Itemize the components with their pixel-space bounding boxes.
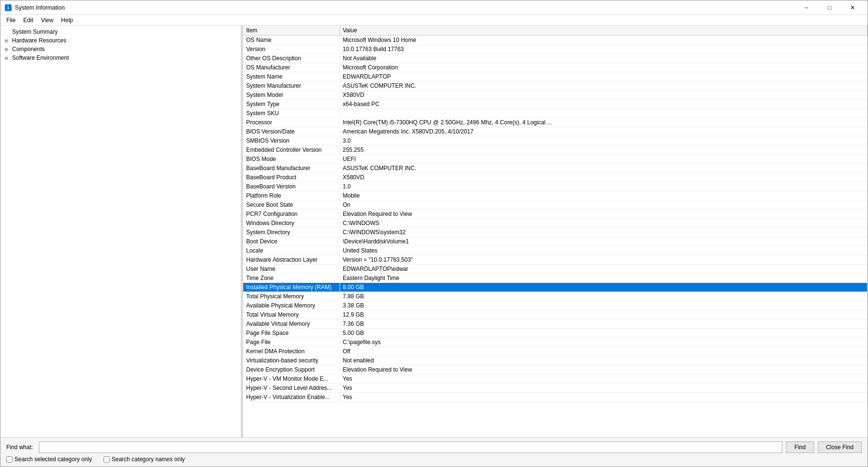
table-cell-value: C:\WINDOWS xyxy=(340,219,868,228)
menu-help[interactable]: Help xyxy=(57,16,77,25)
data-table: Item Value OS NameMicrosoft Windows 10 H… xyxy=(243,26,868,437)
sidebar: System Summary ⊕ Hardware Resources ⊕ Co… xyxy=(0,26,241,437)
table-cell-value: Mobile xyxy=(340,191,868,200)
table-row[interactable]: Hyper-V - VM Monitor Mode E...Yes xyxy=(243,374,868,384)
table-cell-value: EDWARDLAPTOP\edwar xyxy=(340,265,868,274)
table-row[interactable]: System ManufacturerASUSTeK COMPUTER INC. xyxy=(243,81,868,91)
table-row[interactable]: Secure Boot StateOn xyxy=(243,200,868,210)
checkbox-category-names[interactable]: Search category names only xyxy=(104,456,185,463)
table-cell-value: Intel(R) Core(TM) i5-7300HQ CPU @ 2.50GH… xyxy=(340,118,868,127)
table-row[interactable]: Virtualization-based securityNot enabled xyxy=(243,356,868,365)
table-row[interactable]: System ModelX580VD xyxy=(243,91,868,100)
table-cell-item: System Model xyxy=(243,91,340,100)
table-cell-value: Microsoft Windows 10 Home xyxy=(340,36,868,45)
table-row[interactable]: Time ZoneEastern Daylight Time xyxy=(243,274,868,283)
find-button[interactable]: Find xyxy=(786,441,814,453)
table-cell-item: BIOS Mode xyxy=(243,155,340,164)
table-row[interactable]: Available Physical Memory3.38 GB xyxy=(243,301,868,310)
sidebar-label-hardware-resources: Hardware Resources xyxy=(12,37,66,44)
sidebar-item-software-environment[interactable]: ⊕ Software Environment xyxy=(0,53,241,62)
table-row[interactable]: System NameEDWARDLAPTOP xyxy=(243,72,868,81)
title-bar-left: i System Information xyxy=(4,4,65,12)
table-row[interactable]: Installed Physical Memory (RAM)8.00 GB xyxy=(243,283,868,292)
minimize-button[interactable]: − xyxy=(795,0,817,15)
maximize-button[interactable]: □ xyxy=(818,0,841,15)
checkbox-selected-category-input[interactable] xyxy=(6,456,13,463)
table-row[interactable]: Total Physical Memory7.88 GB xyxy=(243,292,868,301)
find-label: Find what: xyxy=(6,444,35,451)
table-row[interactable]: User NameEDWARDLAPTOP\edwar xyxy=(243,265,868,274)
table-cell-value: Not enabled xyxy=(340,356,868,365)
table-row[interactable]: System Typex64-based PC xyxy=(243,100,868,109)
table-cell-item: Virtualization-based security xyxy=(243,356,340,365)
menu-view[interactable]: View xyxy=(37,16,57,25)
menu-file[interactable]: File xyxy=(2,16,19,25)
table-cell-value: Not Available xyxy=(340,54,868,63)
table-row[interactable]: PCR7 ConfigurationElevation Required to … xyxy=(243,210,868,219)
table-cell-item: Boot Device xyxy=(243,237,340,246)
table-row[interactable]: BIOS ModeUEFI xyxy=(243,155,868,164)
find-input[interactable] xyxy=(39,441,782,453)
table-row[interactable]: Page File Space5.00 GB xyxy=(243,329,868,338)
table-cell-value: Yes xyxy=(340,374,868,384)
menu-edit[interactable]: Edit xyxy=(19,16,37,25)
table-cell-value: Elevation Required to View xyxy=(340,365,868,374)
table-row[interactable]: BIOS Version/DateAmerican Megatrends Inc… xyxy=(243,127,868,136)
table-row[interactable]: Total Virtual Memory12.9 GB xyxy=(243,310,868,320)
table-row[interactable]: Hyper-V - Virtualization Enable...Yes xyxy=(243,393,868,402)
table-cell-value: United States xyxy=(340,246,868,255)
checkbox-selected-category[interactable]: Search selected category only xyxy=(6,456,92,463)
table-cell-item: System SKU xyxy=(243,109,340,118)
table-row[interactable]: Platform RoleMobile xyxy=(243,191,868,200)
table-cell-item: User Name xyxy=(243,265,340,274)
table-row[interactable]: Device Encryption SupportElevation Requi… xyxy=(243,365,868,374)
table-cell-item: Version xyxy=(243,45,340,54)
table-row[interactable]: ProcessorIntel(R) Core(TM) i5-7300HQ CPU… xyxy=(243,118,868,127)
table-row[interactable]: System DirectoryC:\WINDOWS\system32 xyxy=(243,228,868,237)
table-row[interactable]: Kernel DMA ProtectionOff xyxy=(243,347,868,356)
table-cell-item: Available Physical Memory xyxy=(243,301,340,310)
table-cell-item: Total Virtual Memory xyxy=(243,310,340,320)
table-row[interactable]: Hardware Abstraction LayerVersion = "10.… xyxy=(243,255,868,265)
table-row[interactable]: Other OS DescriptionNot Available xyxy=(243,54,868,63)
table-row[interactable]: Boot Device\Device\HarddiskVolume1 xyxy=(243,237,868,246)
table-header-row: Item Value xyxy=(243,26,868,36)
table-row[interactable]: SMBIOS Version3.0 xyxy=(243,136,868,146)
table-row[interactable]: BaseBoard ProductX580VD xyxy=(243,173,868,182)
sidebar-item-system-summary[interactable]: System Summary xyxy=(0,27,241,36)
table-cell-item: Hyper-V - Virtualization Enable... xyxy=(243,393,340,402)
table-row[interactable]: OS ManufacturerMicrosoft Corporation xyxy=(243,63,868,72)
table-cell-item: Installed Physical Memory (RAM) xyxy=(243,283,340,292)
table-cell-value: C:\WINDOWS\system32 xyxy=(340,228,868,237)
table-area: Item Value OS NameMicrosoft Windows 10 H… xyxy=(243,26,868,437)
table-cell-value: Version = "10.0.17763.503" xyxy=(340,255,868,265)
table-row[interactable]: Version10.0.17763 Build 17763 xyxy=(243,45,868,54)
table-cell-value: Elevation Required to View xyxy=(340,210,868,219)
table-cell-value: 7.36 GB xyxy=(340,320,868,329)
table-row[interactable]: Embedded Controller Version255.255 xyxy=(243,146,868,155)
table-row[interactable]: Page FileC:\pagefile.sys xyxy=(243,338,868,347)
sidebar-item-components[interactable]: ⊕ Components xyxy=(0,45,241,53)
close-find-button[interactable]: Close Find xyxy=(818,441,862,453)
table-row[interactable]: System SKU xyxy=(243,109,868,118)
table-row[interactable]: Windows DirectoryC:\WINDOWS xyxy=(243,219,868,228)
table-row[interactable]: BaseBoard ManufacturerASUSTeK COMPUTER I… xyxy=(243,164,868,173)
table-row[interactable]: BaseBoard Version1.0 xyxy=(243,182,868,191)
table-cell-value: 5.00 GB xyxy=(340,329,868,338)
expand-icon-comp: ⊕ xyxy=(4,47,10,52)
table-cell-value: \Device\HarddiskVolume1 xyxy=(340,237,868,246)
checkbox-category-names-input[interactable] xyxy=(104,456,110,463)
table-cell-item: PCR7 Configuration xyxy=(243,210,340,219)
table-row[interactable]: OS NameMicrosoft Windows 10 Home xyxy=(243,36,868,45)
table-row[interactable]: LocaleUnited States xyxy=(243,246,868,255)
table-row[interactable]: Available Virtual Memory7.36 GB xyxy=(243,320,868,329)
menu-bar: File Edit View Help xyxy=(0,15,868,26)
sidebar-item-hardware-resources[interactable]: ⊕ Hardware Resources xyxy=(0,36,241,45)
table-row[interactable]: Hyper-V - Second Level Addres...Yes xyxy=(243,384,868,393)
close-button[interactable]: ✕ xyxy=(842,0,864,15)
table-cell-value: C:\pagefile.sys xyxy=(340,338,868,347)
table-cell-item: System Type xyxy=(243,100,340,109)
table-cell-item: System Manufacturer xyxy=(243,81,340,91)
table-cell-value: Eastern Daylight Time xyxy=(340,274,868,283)
table-cell-item: OS Name xyxy=(243,36,340,45)
